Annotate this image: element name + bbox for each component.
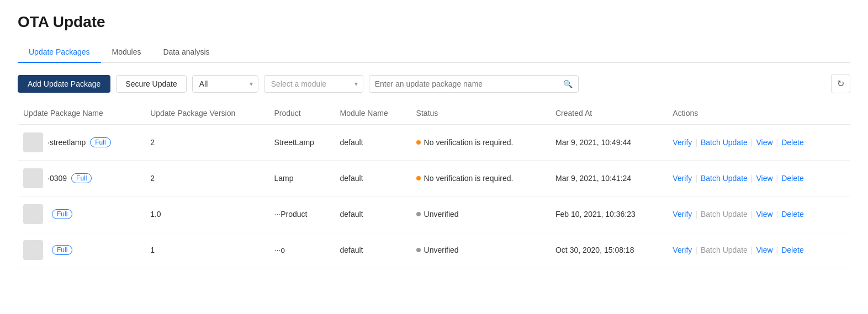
verify-link[interactable]: Verify xyxy=(673,174,692,183)
status-dot xyxy=(416,212,421,216)
pkg-name-cell: Full xyxy=(18,196,145,232)
pkg-version: 2 xyxy=(145,125,268,161)
pkg-version: 1 xyxy=(145,232,268,268)
filter-select[interactable]: All Full Delta xyxy=(192,75,258,93)
pkg-product: Lamp xyxy=(269,161,335,196)
secure-update-button[interactable]: Secure Update xyxy=(116,75,186,93)
table-row: Full 1.0···Productdefault Unverified Feb… xyxy=(18,196,850,232)
batch-update-link: Batch Update xyxy=(701,210,748,219)
status-text: Unverified xyxy=(424,210,459,219)
pkg-actions: Verify | Batch Update | View | Delete xyxy=(667,125,850,161)
pkg-name-text: ·streetlamp xyxy=(47,138,86,147)
pkg-version: 1.0 xyxy=(145,196,268,232)
tab-data-analysis[interactable]: Data analysis xyxy=(152,42,220,63)
module-select-wrapper: Select a module ▾ xyxy=(264,75,363,93)
pkg-product: ···o xyxy=(269,232,335,268)
page-container: OTA Update Update Packages Modules Data … xyxy=(0,0,868,281)
sep1: | xyxy=(695,138,697,147)
status-dot xyxy=(416,140,421,145)
pkg-badge: Full xyxy=(71,173,92,183)
packages-table: Update Package Name Update Package Versi… xyxy=(18,102,850,268)
col-header-module: Module Name xyxy=(335,102,411,125)
tab-modules[interactable]: Modules xyxy=(101,42,152,63)
status-dot xyxy=(416,248,421,252)
col-header-actions: Actions xyxy=(667,102,850,125)
pkg-module: default xyxy=(335,196,411,232)
toolbar: Add Update Package Secure Update All Ful… xyxy=(18,74,850,93)
view-link[interactable]: View xyxy=(756,174,772,183)
pkg-name-cell: ·streetlamp Full xyxy=(18,125,145,161)
sep1: | xyxy=(695,174,697,183)
batch-update-link: Batch Update xyxy=(701,246,748,254)
delete-link[interactable]: Delete xyxy=(781,210,803,219)
status-text: Unverified xyxy=(424,246,459,254)
status-text: No verification is required. xyxy=(424,174,514,183)
view-link[interactable]: View xyxy=(756,210,772,219)
col-header-status: Status xyxy=(411,102,550,125)
sep2: | xyxy=(751,246,753,254)
sep2: | xyxy=(751,210,753,219)
table-row: ·streetlamp Full 2StreetLampdefault No v… xyxy=(18,125,850,161)
pkg-thumbnail xyxy=(23,132,43,152)
pkg-actions: Verify | Batch Update | View | Delete xyxy=(667,161,850,196)
view-link[interactable]: View xyxy=(756,246,772,254)
pkg-product: StreetLamp xyxy=(269,125,335,161)
sep2: | xyxy=(751,138,753,147)
col-header-created: Created At xyxy=(550,102,667,125)
pkg-thumbnail xyxy=(23,168,43,188)
col-header-name: Update Package Name xyxy=(18,102,145,125)
sep3: | xyxy=(776,210,779,219)
tab-update-packages[interactable]: Update Packages xyxy=(18,42,101,63)
pkg-status: Unverified xyxy=(411,232,550,268)
delete-link[interactable]: Delete xyxy=(781,174,803,183)
pkg-badge: Full xyxy=(52,245,72,255)
sep3: | xyxy=(776,138,779,147)
search-icon: 🔍 xyxy=(563,79,573,88)
pkg-module: default xyxy=(335,161,411,196)
verify-link[interactable]: Verify xyxy=(673,210,692,219)
pkg-status: Unverified xyxy=(411,196,550,232)
sep1: | xyxy=(695,246,697,254)
add-update-package-button[interactable]: Add Update Package xyxy=(18,75,110,93)
search-input[interactable] xyxy=(375,76,563,92)
pkg-badge: Full xyxy=(90,137,110,147)
refresh-button[interactable]: ↻ xyxy=(831,74,850,93)
status-dot xyxy=(416,176,421,180)
delete-link[interactable]: Delete xyxy=(781,138,803,147)
filter-select-wrapper: All Full Delta ▾ xyxy=(192,75,258,93)
view-link[interactable]: View xyxy=(756,138,772,147)
pkg-created-at: Mar 9, 2021, 10:49:44 xyxy=(550,125,667,161)
pkg-actions: Verify | Batch Update | View | Delete xyxy=(667,196,850,232)
pkg-badge: Full xyxy=(52,209,72,219)
pkg-thumbnail xyxy=(23,204,43,224)
sep2: | xyxy=(751,174,753,183)
pkg-status: No verification is required. xyxy=(411,125,550,161)
sep3: | xyxy=(776,174,779,183)
pkg-module: default xyxy=(335,125,411,161)
pkg-created-at: Feb 10, 2021, 10:36:23 xyxy=(550,196,667,232)
pkg-name-text: ·0309 xyxy=(47,174,67,183)
pkg-created-at: Oct 30, 2020, 15:08:18 xyxy=(550,232,667,268)
pkg-thumbnail xyxy=(23,240,43,260)
pkg-product: ···Product xyxy=(269,196,335,232)
batch-update-link[interactable]: Batch Update xyxy=(701,138,748,147)
col-header-product: Product xyxy=(269,102,335,125)
table-row: ·0309 Full 2Lampdefault No verification … xyxy=(18,161,850,196)
delete-link[interactable]: Delete xyxy=(781,246,803,254)
page-title: OTA Update xyxy=(18,13,850,31)
pkg-created-at: Mar 9, 2021, 10:41:24 xyxy=(550,161,667,196)
pkg-actions: Verify | Batch Update | View | Delete xyxy=(667,232,850,268)
batch-update-link[interactable]: Batch Update xyxy=(701,174,748,183)
search-wrapper: 🔍 xyxy=(369,75,579,93)
pkg-version: 2 xyxy=(145,161,268,196)
table-header-row: Update Package Name Update Package Versi… xyxy=(18,102,850,125)
table-row: Full 1···odefault Unverified Oct 30, 202… xyxy=(18,232,850,268)
sep1: | xyxy=(695,210,697,219)
col-header-version: Update Package Version xyxy=(145,102,268,125)
module-select[interactable]: Select a module xyxy=(264,75,363,93)
pkg-status: No verification is required. xyxy=(411,161,550,196)
pkg-name-cell: Full xyxy=(18,232,145,268)
pkg-name-cell: ·0309 Full xyxy=(18,161,145,196)
verify-link[interactable]: Verify xyxy=(673,246,692,254)
verify-link[interactable]: Verify xyxy=(673,138,692,147)
